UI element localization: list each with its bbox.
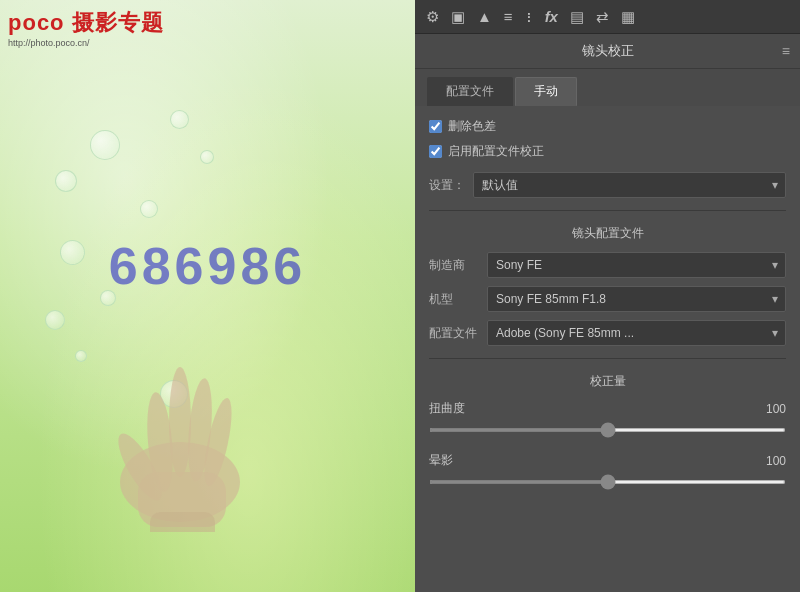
- panel-title: 镜头校正: [582, 42, 634, 60]
- vignette-value: 100: [756, 454, 786, 468]
- svg-rect-7: [150, 512, 215, 532]
- tool-icon-2[interactable]: ▣: [448, 6, 468, 28]
- manufacturer-label: 制造商: [429, 257, 477, 274]
- bubble-1: [90, 130, 120, 160]
- profile-row: 配置文件 Adobe (Sony FE 85mm ...: [429, 320, 786, 346]
- model-row: 机型 Sony FE 85mm F1.8 Sony FE 50mm F1.8: [429, 286, 786, 312]
- checkbox-enable-profile-label[interactable]: 启用配置文件校正: [448, 143, 544, 160]
- tabs: 配置文件 手动: [415, 69, 800, 106]
- distortion-label-row: 扭曲度 100: [429, 400, 786, 417]
- poco-logo: poco 摄影专题: [8, 8, 164, 38]
- model-select[interactable]: Sony FE 85mm F1.8 Sony FE 50mm F1.8: [487, 286, 786, 312]
- divider-2: [429, 358, 786, 359]
- poco-watermark: poco 摄影专题 http://photo.poco.cn/: [8, 8, 164, 48]
- checkbox-remove-ca-label[interactable]: 删除色差: [448, 118, 496, 135]
- tool-icon-1[interactable]: ⚙: [423, 6, 442, 28]
- toolbar: ⚙ ▣ ▲ ≡ ⫶ fx ▤ ⇄ ▦: [415, 0, 800, 34]
- settings-select[interactable]: 默认值 自定义: [473, 172, 786, 198]
- right-panel: ⚙ ▣ ▲ ≡ ⫶ fx ▤ ⇄ ▦ 镜头校正 ≡ 配置文件 手动 删除色差 启…: [415, 0, 800, 592]
- divider-1: [429, 210, 786, 211]
- model-label: 机型: [429, 291, 477, 308]
- bubble-7: [200, 150, 214, 164]
- tool-icon-7[interactable]: ⇄: [593, 6, 612, 28]
- panel-header: 镜头校正 ≡: [415, 34, 800, 69]
- checkbox-enable-profile[interactable]: [429, 145, 442, 158]
- checkbox-remove-ca[interactable]: [429, 120, 442, 133]
- tool-icon-6[interactable]: ▤: [567, 6, 587, 28]
- tool-icon-8[interactable]: ▦: [618, 6, 638, 28]
- profile-dropdown-wrapper: Adobe (Sony FE 85mm ...: [487, 320, 786, 346]
- profile-select[interactable]: Adobe (Sony FE 85mm ...: [487, 320, 786, 346]
- distortion-label: 扭曲度: [429, 400, 465, 417]
- tab-manual[interactable]: 手动: [515, 77, 577, 106]
- vignette-label: 晕影: [429, 452, 453, 469]
- manufacturer-select[interactable]: Sony FE Canon Nikon Sigma: [487, 252, 786, 278]
- distortion-value: 100: [756, 402, 786, 416]
- bubble-2: [55, 170, 77, 192]
- distortion-section: 扭曲度 100: [429, 400, 786, 444]
- main-content: 删除色差 启用配置文件校正 设置： 默认值 自定义 镜头配置文件 制造商 So: [415, 106, 800, 592]
- vignette-section: 晕影 100: [429, 452, 786, 496]
- bubble-8: [170, 110, 189, 129]
- poco-url: http://photo.poco.cn/: [8, 38, 164, 48]
- tool-icon-fx[interactable]: fx: [542, 6, 561, 27]
- profile-label: 配置文件: [429, 325, 477, 342]
- manufacturer-row: 制造商 Sony FE Canon Nikon Sigma: [429, 252, 786, 278]
- settings-row: 设置： 默认值 自定义: [429, 172, 786, 198]
- distortion-slider[interactable]: [429, 428, 786, 432]
- checkbox-remove-ca-row: 删除色差: [429, 118, 786, 135]
- bubble-4: [60, 240, 85, 265]
- svg-point-2: [169, 367, 191, 477]
- lens-profile-title: 镜头配置文件: [429, 225, 786, 242]
- bubble-3: [140, 200, 158, 218]
- hand-svg: [80, 282, 280, 532]
- bubble-6: [45, 310, 65, 330]
- panel-menu-icon[interactable]: ≡: [782, 43, 790, 59]
- photo-panel: poco 摄影专题 http://photo.poco.cn/ 686986: [0, 0, 415, 592]
- hand-area: [80, 282, 280, 532]
- tool-icon-5[interactable]: ⫶: [522, 6, 536, 27]
- manufacturer-dropdown-wrapper: Sony FE Canon Nikon Sigma: [487, 252, 786, 278]
- vignette-slider[interactable]: [429, 480, 786, 484]
- vignette-label-row: 晕影 100: [429, 452, 786, 469]
- tool-icon-3[interactable]: ▲: [474, 6, 495, 27]
- correction-title: 校正量: [429, 373, 786, 390]
- settings-dropdown-wrapper: 默认值 自定义: [473, 172, 786, 198]
- model-dropdown-wrapper: Sony FE 85mm F1.8 Sony FE 50mm F1.8: [487, 286, 786, 312]
- settings-label: 设置：: [429, 177, 465, 194]
- tab-profile[interactable]: 配置文件: [427, 77, 513, 106]
- watermark-number: 686986: [109, 236, 307, 296]
- tool-icon-4[interactable]: ≡: [501, 6, 516, 27]
- checkbox-enable-profile-row: 启用配置文件校正: [429, 143, 786, 160]
